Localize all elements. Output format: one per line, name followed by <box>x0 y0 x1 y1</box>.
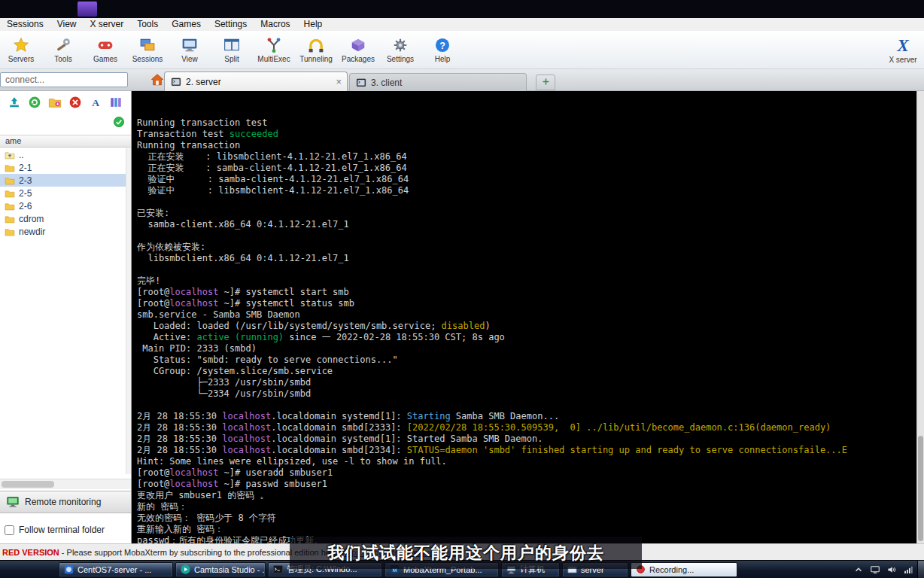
terminal-line: samba-client.x86_64 0:4.1.12-21.el7_1 <box>137 219 916 230</box>
file-row-2-1[interactable]: 2-1 <box>0 161 126 174</box>
remote-monitoring-button[interactable]: Remote monitoring <box>0 491 131 513</box>
toolbar-button-tunneling[interactable]: Tunneling <box>295 31 337 68</box>
terminal-line: 新的 密码： <box>137 501 916 513</box>
toolbar-button-sessions[interactable]: Sessions <box>126 31 169 68</box>
quick-connect-input[interactable] <box>0 72 128 87</box>
terminal-line: 2月 28 18:55:30 localhost.localdomain smb… <box>137 422 916 434</box>
camtasia-icon <box>180 564 191 575</box>
toolbar-button-label: MultiExec <box>257 55 290 63</box>
terminal[interactable]: Running transaction testTransaction test… <box>132 91 916 543</box>
upload-icon[interactable] <box>8 96 21 109</box>
terminal-line: └─2334 /usr/sbin/smbd <box>137 388 916 400</box>
sidebar-horizontal-scrollbar[interactable] <box>0 479 131 489</box>
menu-item-sessions[interactable]: Sessions <box>0 18 50 31</box>
menu-item-tools[interactable]: Tools <box>130 18 165 31</box>
sidebar-vertical-scrollbar[interactable] <box>126 148 131 474</box>
subtitle-text: 我们试试能不能用这个用户的身份去 <box>327 542 604 564</box>
menu-item-games[interactable]: Games <box>165 18 208 31</box>
menubar: SessionsViewX serverToolsGamesSettingsMa… <box>0 18 924 31</box>
menu-item-x-server[interactable]: X server <box>84 18 131 31</box>
display-tray-icon[interactable] <box>870 564 880 575</box>
file-name: 2-5 <box>19 188 32 199</box>
file-row-newdir[interactable]: newdir <box>0 225 126 238</box>
subtitle-overlay: 我们试试能不能用这个用户的身份去 <box>290 537 642 569</box>
toolbar-button-split[interactable]: Split <box>211 31 253 68</box>
follow-terminal-label: Follow terminal folder <box>19 525 105 535</box>
taskbar-button-centos7-server[interactable]: CentOS7-server - ... <box>59 562 173 577</box>
toolbar-button-label: Settings <box>387 55 414 63</box>
chevron-up-icon[interactable] <box>853 564 864 575</box>
volume-icon[interactable] <box>886 564 897 575</box>
terminal-line: 更改用户 smbuser1 的密码 。 <box>137 490 916 501</box>
file-list-header[interactable]: ame <box>0 135 131 148</box>
toolbar-button-packages[interactable]: Packages <box>337 31 379 68</box>
status-check-icon <box>113 116 125 131</box>
delete-icon[interactable] <box>68 96 82 109</box>
terminal-line: CGroup: /system.slice/smb.service <box>137 366 916 377</box>
menu-item-macros[interactable]: Macros <box>254 18 296 31</box>
refresh-icon[interactable] <box>28 96 41 109</box>
scrollbar-thumb[interactable] <box>2 481 54 488</box>
network-icon[interactable] <box>903 564 913 575</box>
toolbar-button-settings[interactable]: Settings <box>379 31 421 68</box>
file-name: cdrom <box>19 214 44 224</box>
file-name: 2-6 <box>19 201 32 211</box>
remote-monitoring-icon <box>6 495 20 509</box>
servers-icon <box>13 37 29 53</box>
version-label: RED VERSION <box>2 548 59 557</box>
close-icon[interactable]: × <box>336 77 342 87</box>
toolbar-buttons: ServersToolsGamesSessionsViewSplitMultiE… <box>0 31 464 68</box>
columns-icon[interactable] <box>109 96 123 109</box>
tab-2-server[interactable]: 2. server× <box>164 71 348 91</box>
file-row-2-6[interactable]: 2-6 <box>0 199 126 212</box>
new-tab-button[interactable] <box>536 75 555 90</box>
follow-terminal-folder: Follow terminal folder <box>0 521 131 539</box>
folder-new-icon[interactable] <box>48 96 62 109</box>
terminal-line <box>137 196 916 208</box>
terminal-line: 2月 28 18:55:30 localhost.localdomain smb… <box>137 445 916 456</box>
terminal-line: 2月 28 18:55:30 localhost.localdomain sys… <box>137 411 916 422</box>
terminal-output: Running transaction testTransaction test… <box>137 117 916 543</box>
games-icon <box>97 37 114 53</box>
toolbar-button-label: View <box>181 55 198 63</box>
show-desktop-button[interactable] <box>917 561 924 578</box>
tab-3-client[interactable]: 3. client <box>349 73 527 91</box>
file-row-cdrom[interactable]: cdrom <box>0 212 126 225</box>
file-row-2-3[interactable]: 2-3 <box>0 174 126 187</box>
terminal-line: Active: active (running) since 一 2022-02… <box>137 332 916 343</box>
toolbar-button-view[interactable]: View <box>169 31 211 68</box>
terminal-line: Running transaction <box>137 140 916 151</box>
terminal-line: 正在安装 : samba-client-4.1.12-21.el7_1.x86_… <box>137 163 916 174</box>
follow-terminal-checkbox[interactable] <box>5 525 14 535</box>
terminal-line: ├─2333 /usr/sbin/smbd <box>137 377 916 388</box>
terminal-line: 正在安装 : libsmbclient-4.1.12-21.el7_1.x86_… <box>137 151 916 163</box>
toolbar-button-tools[interactable]: Tools <box>42 31 84 68</box>
menu-item-settings[interactable]: Settings <box>208 18 254 31</box>
taskbar-button-camtasia-studio[interactable]: Camtasia Studio - ... <box>175 562 266 577</box>
terminal-line: Main PID: 2333 (smbd) <box>137 343 916 354</box>
terminal-line: [root@localhost ~]# systemctl start smb <box>137 287 916 298</box>
file-row-2-5[interactable]: 2-5 <box>0 187 126 199</box>
terminal-scrollbar[interactable] <box>916 91 924 543</box>
toolbar-button-help[interactable]: ?Help <box>421 31 464 68</box>
file-row-up[interactable]: .. <box>0 148 126 161</box>
toolbar-button-x-server[interactable]: X X server <box>883 31 922 68</box>
taskbar-button-recording[interactable]: Recording... <box>631 562 737 577</box>
menu-item-help[interactable]: Help <box>297 18 330 31</box>
menu-item-view[interactable]: View <box>50 18 84 31</box>
file-name: newdir <box>19 227 45 237</box>
toolbar-button-games[interactable]: Games <box>84 31 126 68</box>
taskbar-button-label: Recording... <box>649 565 694 574</box>
toolbar-button-servers[interactable]: Servers <box>0 31 42 68</box>
scrollbar-thumb[interactable] <box>918 436 923 541</box>
terminal-line: Hint: Some lines were ellipsized, use -l… <box>137 456 916 467</box>
taskbar-button-label: CentOS7-server - ... <box>78 565 151 574</box>
toolbar-button-multiexec[interactable]: MultiExec <box>253 31 295 68</box>
system-tray <box>853 561 913 578</box>
home-tab-button[interactable] <box>149 73 166 90</box>
terminal-icon <box>171 77 181 87</box>
plus-icon <box>541 76 551 90</box>
sidebar: A ame ..2-12-32-52-6cdromnewdir Remote m… <box>0 91 132 543</box>
terminal-line: [root@localhost ~]# systemctl status smb <box>137 298 916 309</box>
font-icon[interactable]: A <box>89 96 102 109</box>
